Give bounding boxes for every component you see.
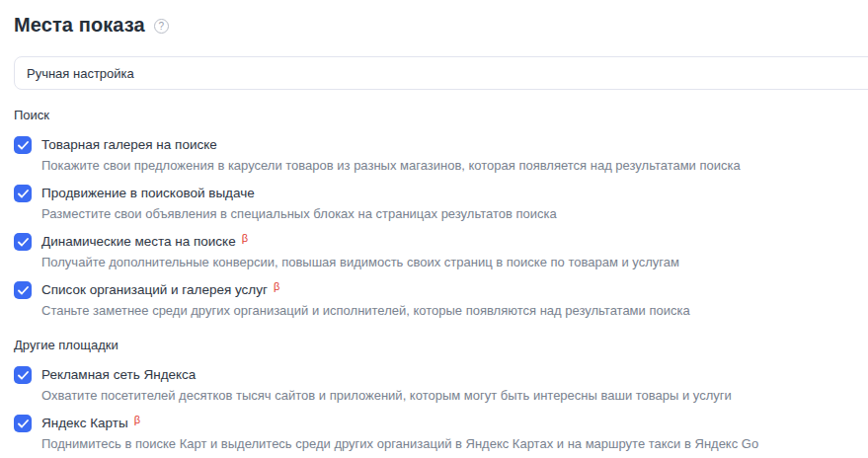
placement-mode-value: Ручная настройка — [27, 66, 134, 81]
section-label-search: Поиск — [14, 108, 868, 123]
checkbox-dynamic-places[interactable] — [14, 233, 32, 251]
item-label[interactable]: Рекламная сеть Яндекса — [41, 365, 196, 385]
section-label-other-platforms: Другие площадки — [14, 338, 868, 353]
item-label[interactable]: Яндекс Карты — [41, 414, 128, 433]
item-description: Поднимитесь в поиске Карт и выделитесь с… — [41, 435, 868, 453]
beta-badge: β — [242, 233, 248, 243]
check-icon — [18, 190, 29, 198]
checkbox-org-list[interactable] — [14, 281, 32, 299]
item-description: Получайте дополнительные конверсии, повы… — [41, 254, 868, 271]
help-icon[interactable]: ? — [154, 19, 169, 34]
panel-header: Места показа ? — [14, 13, 868, 37]
beta-badge: β — [274, 281, 279, 291]
item-description: Станьте заметнее среди других организаци… — [41, 302, 868, 320]
placement-item-yandex-ad-network: Рекламная сеть Яндекса Охватите посетите… — [14, 365, 868, 405]
placement-item-dynamic-places: Динамические места на поиске β Получайте… — [14, 232, 868, 271]
placement-mode-select[interactable]: Ручная настройка — [14, 56, 868, 90]
check-icon — [18, 420, 29, 428]
check-icon — [18, 238, 29, 247]
item-description: Охватите посетителей десятков тысяч сайт… — [41, 387, 868, 405]
beta-badge: β — [134, 415, 140, 424]
item-label[interactable]: Список организаций и галерея услуг — [41, 280, 268, 300]
checkbox-yandex-maps[interactable] — [14, 415, 32, 432]
item-label[interactable]: Товарная галерея на поиске — [41, 135, 217, 155]
checkbox-yandex-ad-network[interactable] — [14, 366, 32, 384]
placements-settings-panel: Места показа ? Ручная настройка Поиск То… — [0, 0, 868, 453]
checkbox-product-gallery[interactable] — [14, 136, 32, 154]
item-label[interactable]: Динамические места на поиске — [41, 232, 236, 252]
item-description: Разместите свои объявления в специальных… — [41, 205, 868, 223]
checkbox-search-promotion[interactable] — [14, 185, 32, 202]
placement-item-search-promotion: Продвижение в поисковой выдаче Разместит… — [14, 184, 868, 223]
check-icon — [18, 141, 29, 150]
check-icon — [18, 371, 29, 380]
page-title: Места показа — [14, 14, 145, 37]
placement-item-yandex-maps: Яндекс Карты β Поднимитесь в поиске Карт… — [14, 414, 868, 453]
placement-item-product-gallery: Товарная галерея на поиске Покажите свои… — [14, 135, 868, 175]
check-icon — [18, 286, 29, 295]
item-label[interactable]: Продвижение в поисковой выдаче — [41, 184, 255, 203]
item-description: Покажите свои предложения в карусели тов… — [41, 157, 868, 175]
placement-item-org-list: Рекламная сеть Яндекса Список организаци… — [14, 280, 868, 320]
